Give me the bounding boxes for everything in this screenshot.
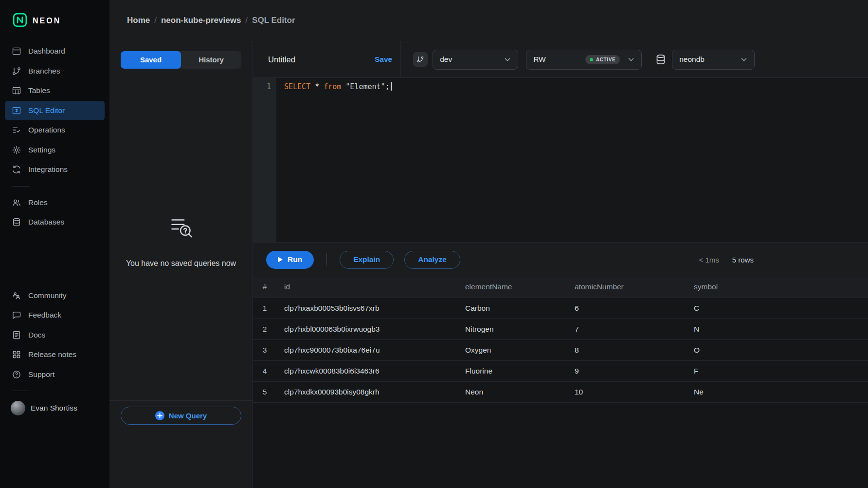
new-query-label: New Query — [169, 412, 207, 420]
table-row[interactable]: 3 clp7hxc9000073b0ixa76ei7u Oxygen 8 O — [253, 339, 868, 360]
neon-logo[interactable]: NEON — [0, 0, 109, 41]
sidebar-item-label: Dashboard — [28, 47, 65, 56]
active-status-dot — [590, 58, 593, 61]
docs-icon — [12, 330, 21, 340]
compute-endpoint-select[interactable]: RW ACTIVE — [526, 50, 642, 70]
sidebar-item-label: Settings — [28, 146, 55, 154]
sidebar-item-docs[interactable]: Docs — [5, 325, 105, 345]
results-panel: # id elementName atomicNumber symbol 1 c… — [253, 277, 868, 488]
breadcrumb-project[interactable]: neon-kube-previews — [161, 16, 241, 25]
sidebar-item-release-notes[interactable]: Release notes — [5, 345, 105, 365]
atomicNumber-cell: 7 — [567, 319, 686, 339]
queries-panel: Saved History You have no — [109, 41, 253, 488]
explain-button[interactable]: Explain — [340, 251, 394, 269]
column-header-symbol: symbol — [686, 277, 868, 298]
row-index-cell: 4 — [253, 360, 276, 381]
row-index-cell: 5 — [253, 381, 276, 402]
chevron-down-icon — [503, 55, 512, 64]
column-header-index: # — [253, 277, 276, 298]
column-header-atomicNumber: atomicNumber — [567, 277, 686, 298]
sidebar-item-tables[interactable]: Tables — [5, 81, 105, 101]
sidebar-item-feedback[interactable]: Feedback — [5, 305, 105, 325]
elementName-cell: Oxygen — [457, 339, 567, 360]
sidebar-item-branches[interactable]: Branches — [5, 61, 105, 81]
sidebar-item-label: Operations — [28, 126, 65, 134]
atomicNumber-cell: 6 — [567, 298, 686, 319]
status-badge: ACTIVE — [585, 55, 620, 64]
breadcrumb: Home / neon-kube-previews / SQL Editor — [109, 0, 868, 41]
sidebar-item-label: Tables — [28, 86, 50, 95]
feedback-icon — [12, 310, 21, 320]
sql-keyword: SELECT — [284, 82, 310, 91]
sidebar-item-dashboard[interactable]: Dashboard — [5, 41, 105, 61]
breadcrumb-home[interactable]: Home — [127, 16, 150, 25]
sql-identifier: "Element" — [345, 82, 385, 91]
new-query-button[interactable]: New Query — [121, 407, 241, 425]
id-cell: clp7hxdkx00093b0isy08gkrh — [276, 381, 457, 402]
query-duration: < 1ms — [699, 256, 719, 264]
release-notes-icon — [12, 350, 21, 359]
table-row[interactable]: 5 clp7hxdkx00093b0isy08gkrh Neon 10 Ne — [253, 381, 868, 402]
symbol-cell: O — [686, 339, 868, 360]
sql-code-editor[interactable]: 1 SELECT*from"Element"; — [253, 78, 868, 242]
sidebar-item-label: Release notes — [28, 350, 76, 359]
row-index-cell: 2 — [253, 319, 276, 339]
table-row[interactable]: 2 clp7hxbl000063b0ixrwuogb3 Nitrogen 7 N — [253, 319, 868, 339]
branch-select-value: dev — [440, 55, 452, 64]
save-button[interactable]: Save — [375, 55, 392, 64]
chevron-down-icon — [627, 55, 635, 64]
table-row[interactable]: 1 clp7hxaxb00053b0isvs67xrb Carbon 6 C — [253, 298, 868, 319]
sidebar: NEON Dashboard Branches Tables — [0, 0, 109, 488]
editor-gutter: 1 — [253, 78, 276, 242]
database-select-value: neondb — [679, 55, 705, 64]
id-cell: clp7hxaxb00053b0isvs67xrb — [276, 298, 457, 319]
column-header-elementName: elementName — [457, 277, 567, 298]
empty-queries-icon — [165, 210, 197, 244]
line-number: 1 — [267, 82, 271, 91]
roles-icon — [12, 198, 21, 207]
elementName-cell: Neon — [457, 381, 567, 402]
sql-operator: * — [315, 82, 319, 91]
breadcrumb-separator: / — [154, 16, 157, 25]
sidebar-item-support[interactable]: Support — [5, 365, 105, 385]
community-icon — [12, 291, 21, 300]
analyze-button[interactable]: Analyze — [404, 251, 460, 269]
sql-keyword: from — [324, 82, 341, 91]
tables-icon — [12, 86, 21, 95]
database-select[interactable]: neondb — [672, 50, 755, 70]
sidebar-item-operations[interactable]: Operations — [5, 120, 105, 140]
run-button[interactable]: Run — [266, 251, 314, 269]
sidebar-item-label: Roles — [28, 198, 48, 207]
table-row[interactable]: 4 clp7hxcwk00083b0i6i3463r6 Fluorine 9 F — [253, 360, 868, 381]
sidebar-item-label: Support — [28, 370, 54, 379]
sidebar-spacer — [0, 232, 109, 286]
sidebar-item-roles[interactable]: Roles — [5, 193, 105, 213]
row-index-cell: 3 — [253, 339, 276, 360]
tab-saved[interactable]: Saved — [121, 51, 181, 69]
dashboard-icon — [12, 46, 21, 56]
elementName-cell: Carbon — [457, 298, 567, 319]
sidebar-divider — [12, 391, 30, 391]
sidebar-item-community[interactable]: Community — [5, 286, 105, 306]
sidebar-item-databases[interactable]: Databases — [5, 212, 105, 232]
plus-circle-icon — [155, 411, 164, 420]
code-line[interactable]: SELECT*from"Element"; — [276, 78, 868, 242]
support-icon — [12, 370, 21, 379]
operations-icon — [12, 125, 21, 135]
integrations-icon — [12, 165, 21, 174]
sidebar-item-settings[interactable]: Settings — [5, 140, 105, 160]
branch-select[interactable]: dev — [433, 50, 518, 70]
query-title[interactable]: Untitled — [268, 55, 375, 64]
sidebar-item-label: Branches — [28, 67, 60, 75]
symbol-cell: C — [686, 298, 868, 319]
editor-toolbar: Untitled Save dev RW — [253, 41, 868, 78]
breadcrumb-current-page: SQL Editor — [252, 16, 295, 25]
sidebar-item-label: Databases — [28, 218, 64, 226]
user-menu[interactable]: Evan Shortiss — [0, 397, 109, 419]
symbol-cell: F — [686, 360, 868, 381]
sidebar-item-label: SQL Editor — [28, 106, 65, 115]
tab-history[interactable]: History — [181, 51, 241, 69]
empty-queries-message: You have no saved queries now — [126, 259, 236, 268]
sidebar-item-sql-editor[interactable]: SQL Editor — [5, 101, 105, 121]
sidebar-item-integrations[interactable]: Integrations — [5, 160, 105, 180]
